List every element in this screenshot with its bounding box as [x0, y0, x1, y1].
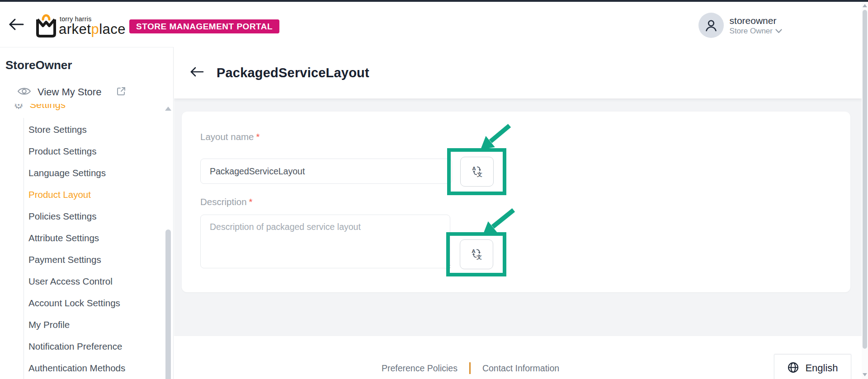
- top-accent-bar: [0, 0, 868, 2]
- layout-form-card: Layout name* Description* A 文: [182, 112, 850, 292]
- svg-text:文: 文: [477, 171, 482, 177]
- sidebar-item-my-profile[interactable]: My Profile: [24, 314, 172, 336]
- page-scrollbar[interactable]: [862, 2, 868, 379]
- main-area: PackagedServiceLayout Layout name* Descr…: [174, 47, 862, 379]
- sidebar-scrollbar-thumb[interactable]: [165, 229, 171, 379]
- sidebar-item-policies-settings[interactable]: Policies Settings: [24, 206, 172, 227]
- sidebar-item-product-settings[interactable]: Product Settings: [24, 140, 172, 162]
- scrollbar-thumb[interactable]: [863, 10, 867, 349]
- sidebar-title: StoreOwner: [5, 58, 72, 72]
- settings-submenu: Store Settings Product Settings Language…: [24, 118, 172, 379]
- sidebar-item-authentication-methods[interactable]: Authentication Methods: [24, 357, 172, 379]
- sidebar-item-payment-settings[interactable]: Payment Settings: [24, 249, 172, 271]
- language-selector-button[interactable]: English: [774, 354, 851, 379]
- translate-icon: A 文: [470, 247, 483, 262]
- user-menu[interactable]: storeowner Store Owner: [698, 13, 782, 38]
- language-label: English: [805, 362, 838, 374]
- sidebar-item-notification-preference[interactable]: Notification Preference: [24, 336, 172, 357]
- back-arrow-icon: [189, 65, 204, 81]
- layout-name-input[interactable]: [200, 159, 452, 184]
- description-label: Description*: [200, 197, 253, 207]
- layout-name-label: Layout name*: [200, 131, 260, 142]
- annotation-highlight-box-layout-name: A 文: [447, 148, 506, 195]
- footer-links: Preference Policies Contact Information: [127, 362, 814, 374]
- contact-information-link[interactable]: Contact Information: [482, 363, 559, 374]
- settings-label: Settings: [29, 104, 66, 111]
- scrollbar-down-arrow[interactable]: [863, 373, 867, 376]
- required-asterisk: *: [256, 131, 260, 142]
- gear-icon: ⚙: [14, 104, 24, 111]
- logo-brand-main: arketplace: [59, 23, 126, 36]
- header-back-button[interactable]: [7, 17, 25, 33]
- eye-icon: [17, 86, 31, 98]
- sidebar-item-view-my-store[interactable]: View My Store: [17, 86, 127, 98]
- chevron-down-icon: [775, 27, 782, 36]
- sidebar-scroll-area: ⚙ Settings Store Settings Product Settin…: [0, 104, 172, 379]
- sidebar-item-language-settings[interactable]: Language Settings: [24, 162, 172, 184]
- marketplace-logo: torry harris arketplace: [34, 12, 126, 42]
- globe-icon: [787, 361, 799, 375]
- translate-layout-name-button[interactable]: A 文: [460, 157, 494, 187]
- sidebar: StoreOwner View My Store ⚙ Settings Stor…: [0, 47, 174, 379]
- translate-icon: A 文: [471, 164, 483, 179]
- store-management-portal-badge: STORE MANAGEMENT PORTAL: [129, 19, 279, 33]
- required-asterisk: *: [249, 197, 253, 207]
- avatar: [698, 13, 724, 38]
- user-role-label: Store Owner: [730, 27, 782, 36]
- sidebar-item-account-lock-settings[interactable]: Account Lock Settings: [24, 292, 172, 314]
- view-my-store-label: View My Store: [38, 86, 101, 98]
- svg-text:文: 文: [476, 254, 482, 260]
- back-arrow-icon: [8, 17, 25, 34]
- scrollbar-up-arrow[interactable]: [863, 4, 867, 7]
- annotation-highlight-box-description: A 文: [446, 232, 506, 276]
- external-link-icon: [116, 86, 127, 98]
- description-textarea[interactable]: [200, 215, 450, 268]
- app-header: torry harris arketplace STORE MANAGEMENT…: [0, 2, 868, 47]
- page-back-button[interactable]: [188, 65, 206, 81]
- sidebar-item-product-layout[interactable]: Product Layout: [24, 184, 172, 206]
- sidebar-item-user-access-control[interactable]: User Access Control: [24, 271, 172, 292]
- marketplace-bag-icon: [34, 12, 58, 42]
- sidebar-item-settings[interactable]: ⚙ Settings: [0, 104, 172, 112]
- sidebar-scroll-up-arrow[interactable]: [165, 107, 171, 111]
- username-label: storeowner: [730, 15, 782, 27]
- sidebar-item-store-settings[interactable]: Store Settings: [24, 119, 172, 140]
- preference-policies-link[interactable]: Preference Policies: [382, 363, 458, 374]
- page-title: PackagedServiceLayout: [217, 66, 369, 80]
- page-title-bar: PackagedServiceLayout: [174, 47, 862, 98]
- footer: Preference Policies Contact Information: [174, 336, 862, 379]
- translate-description-button[interactable]: A 文: [460, 239, 493, 269]
- content-background: Layout name* Description* A 文: [174, 98, 862, 336]
- sidebar-item-attribute-settings[interactable]: Attribute Settings: [24, 227, 172, 249]
- footer-links-divider: [469, 362, 471, 374]
